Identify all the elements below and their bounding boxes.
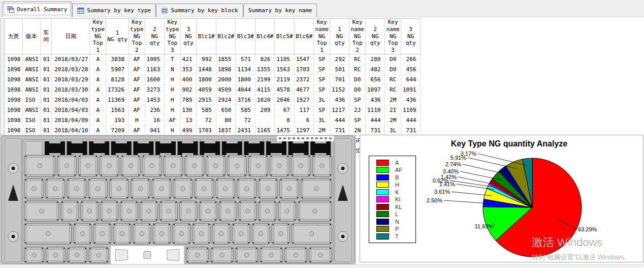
table-row[interactable]: 1098ISO012018/04/09A193H16AF13728072863L…	[5, 115, 421, 125]
cell: A	[90, 125, 106, 135]
cell: SP	[349, 95, 365, 105]
cell: D0	[385, 54, 401, 64]
tab-overall-summary[interactable]: Overall Summary	[2, 2, 72, 17]
legend-swatch	[376, 174, 389, 181]
cell: 1563	[106, 105, 128, 115]
keycap	[278, 201, 296, 221]
column-header: 1 NG qty	[330, 19, 349, 54]
cell: 2046	[275, 95, 295, 105]
cell: 444	[401, 115, 421, 125]
keycap	[284, 247, 307, 263]
cell: 2M	[314, 125, 330, 135]
cell: SP	[314, 74, 330, 84]
cell: 2018/03/30	[52, 84, 90, 95]
cell: 72	[197, 115, 216, 125]
cell: 67	[275, 105, 295, 115]
cell: 11369	[106, 95, 128, 105]
table-row[interactable]: 1098ISO012018/04/10A7209AF941H4991703183…	[5, 125, 421, 135]
keycap	[270, 155, 289, 176]
keycap	[248, 155, 268, 176]
cell: ANSI	[22, 64, 41, 74]
cell: 1098	[5, 54, 23, 64]
cell: 01	[41, 74, 52, 84]
cell: 01	[41, 84, 52, 95]
cell: SP	[349, 115, 365, 125]
keycap	[292, 223, 332, 244]
cell: 482	[365, 64, 385, 74]
table-row[interactable]: 1098ISO012018/04/03A11369AF1453H78929152…	[5, 95, 421, 105]
table-row[interactable]: 1098ANSI012018/03/29A8128AF1600H40018002…	[5, 74, 421, 84]
keyboard-image	[0, 135, 356, 264]
cell: 280	[365, 54, 385, 64]
cell: 4677	[294, 84, 314, 95]
legend-swatch	[376, 189, 389, 195]
cell: 1098	[5, 84, 23, 95]
cell: H	[129, 115, 145, 125]
keycap	[219, 201, 237, 221]
cell: 789	[180, 95, 197, 105]
keycap	[280, 178, 299, 199]
footer-strip	[0, 264, 644, 268]
cell: 499	[180, 125, 197, 135]
keycap	[272, 223, 289, 244]
keycap	[61, 201, 79, 221]
cell: 5907	[106, 64, 128, 74]
table-row[interactable]: 1098ANSI012018/03/27A3838AF1005T42199218…	[5, 54, 421, 64]
cell: A	[90, 95, 106, 105]
cell: 8128	[106, 74, 128, 84]
cell: 353	[180, 64, 197, 74]
tab-bar: Overall Summary Summary by key type	[0, 0, 644, 17]
cell: 2I	[385, 105, 401, 115]
keycap	[24, 155, 55, 176]
cell: 2018/03/27	[52, 54, 90, 64]
cell: 731	[401, 125, 421, 135]
cell: RC	[349, 54, 365, 64]
tab-summary-by-key-name[interactable]: Summary by key name	[243, 4, 317, 17]
cell: 2018/03/28	[52, 64, 90, 74]
keycap	[153, 223, 171, 244]
legend-item: N	[376, 219, 415, 225]
tab-label: Summary by key block	[171, 7, 238, 14]
table-row[interactable]: 1098ANSI012018/04/03A1563AF236H130585650…	[5, 105, 421, 115]
cell: 193	[106, 115, 128, 125]
cell: 2199	[255, 74, 275, 84]
legend-item: L	[376, 211, 415, 217]
legend-item: KI	[376, 196, 415, 202]
cell: 1134	[236, 64, 255, 74]
cell: 1453	[145, 95, 165, 105]
keycap	[88, 178, 108, 199]
cell: 3L	[314, 95, 330, 105]
tab-summary-by-key-type[interactable]: Summary by key type	[72, 4, 156, 17]
column-header: Key type NG Top 3	[165, 19, 180, 54]
legend-item: AF	[376, 167, 415, 173]
cell: 1898	[216, 64, 236, 74]
cell: 1165	[255, 125, 275, 135]
cell: 400	[180, 74, 197, 84]
cell: N	[165, 64, 180, 74]
cell: A	[90, 64, 106, 74]
cell: H	[165, 84, 180, 95]
legend-item: K	[376, 189, 415, 195]
cell: 1475	[275, 125, 295, 135]
cell: 701	[330, 74, 349, 84]
cell: 2924	[216, 95, 236, 105]
legend-item: KL	[376, 204, 415, 210]
cell: 992	[197, 54, 216, 64]
cell: ANSI	[22, 84, 41, 95]
cell: 902	[180, 84, 197, 95]
table-row[interactable]: 1098ANSI012018/03/28A5907AF1163N35314481…	[5, 64, 421, 74]
cell: 3716	[236, 95, 255, 105]
table-row[interactable]: 1098ANSI012018/03/30A17326AF3273H9024059…	[5, 84, 421, 95]
cell: 1547	[294, 54, 314, 64]
cell: 444	[330, 115, 349, 125]
column-header: 3 NG qty	[401, 19, 421, 54]
cell: 1837	[216, 125, 236, 135]
cell: 436	[330, 95, 349, 105]
cell: 644	[401, 74, 421, 84]
cell: 585	[236, 105, 255, 115]
keycap	[173, 178, 192, 199]
legend-label: T	[395, 233, 399, 240]
chart-legend: AAFBHKKIKLLNPT	[369, 156, 416, 243]
tab-summary-by-key-block[interactable]: Summary by key block	[156, 4, 243, 17]
cell: AF	[129, 84, 145, 95]
